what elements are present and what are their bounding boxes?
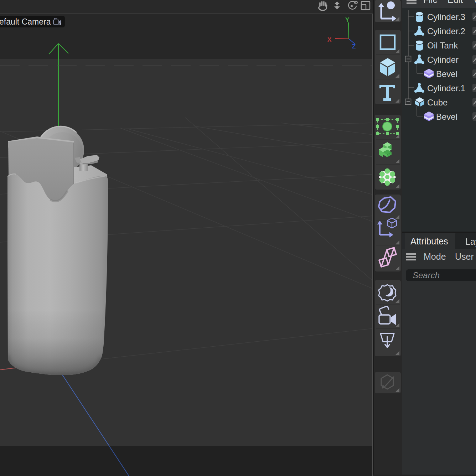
svg-text:User Da: User Da [455,252,476,262]
svg-text:X: X [327,36,332,43]
svg-text:Edit: Edit [447,0,463,5]
svg-text:efault Camera: efault Camera [0,17,51,26]
svg-text:Bevel: Bevel [436,69,457,79]
svg-text:Attributes: Attributes [410,236,448,246]
svg-text:File: File [423,0,438,5]
svg-text:Cylinder.1: Cylinder.1 [427,83,465,93]
svg-text:Layer: Layer [465,237,476,247]
svg-text:Cylinder.2: Cylinder.2 [427,26,465,36]
svg-text:Cylinder: Cylinder [427,55,459,64]
svg-text:Bevel: Bevel [436,112,457,121]
svg-text:Oil Tank: Oil Tank [427,41,458,50]
svg-text:Cylinder.3: Cylinder.3 [427,12,465,22]
svg-text:Mode: Mode [424,252,446,262]
svg-text:Z: Z [352,43,356,50]
svg-text:Y: Y [345,16,350,23]
svg-text:Cube: Cube [427,98,447,107]
svg-text:View: View [473,0,476,5]
svg-text:Search: Search [413,270,440,280]
